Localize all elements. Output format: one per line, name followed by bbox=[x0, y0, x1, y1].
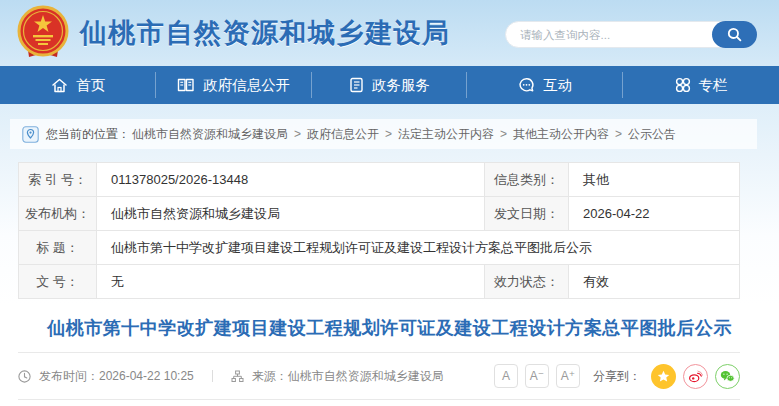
breadcrumb-separator: > bbox=[500, 127, 507, 141]
nav-label: 政府信息公开 bbox=[203, 76, 290, 95]
article-meta-bar: 发布时间：2026-04-22 10:25 来源：仙桃市自然资源和城乡建设局 A… bbox=[18, 352, 740, 400]
info-category-label: 信息类别： bbox=[485, 163, 569, 197]
info-category-value: 其他 bbox=[569, 163, 740, 197]
source-label: 来源： bbox=[252, 369, 288, 383]
nav-label: 互动 bbox=[543, 76, 572, 95]
validity-value: 有效 bbox=[569, 265, 740, 299]
location-pin-icon bbox=[22, 126, 39, 143]
font-size-normal-button[interactable]: A bbox=[494, 364, 518, 388]
site-header: 仙桃市自然资源和城乡建设局 bbox=[0, 0, 779, 66]
breadcrumb-separator: > bbox=[615, 127, 622, 141]
wechat-icon bbox=[720, 370, 735, 383]
breadcrumb-item-site[interactable]: 仙桃市自然资源和城乡建设局 bbox=[132, 126, 288, 143]
clock-icon bbox=[18, 370, 31, 383]
title-value: 仙桃市第十中学改扩建项目建设工程规划许可证及建设工程设计方案总平图批后公示 bbox=[97, 231, 740, 265]
nav-item-gov-services[interactable]: 政务服务 bbox=[312, 66, 468, 104]
nav-item-interaction[interactable]: 互动 bbox=[467, 66, 623, 104]
issue-date-label: 发文日期： bbox=[485, 197, 569, 231]
breadcrumb: 您当前的位置： 仙桃市自然资源和城乡建设局 > 政府信息公开 > 法定主动公开内… bbox=[10, 119, 757, 149]
share-qzone-button[interactable] bbox=[651, 364, 676, 389]
validity-label: 效力状态： bbox=[485, 265, 569, 299]
national-emblem-icon bbox=[17, 5, 69, 61]
table-row: 文 号： 无 效力状态： 有效 bbox=[19, 265, 740, 299]
share-label: 分享到： bbox=[593, 368, 641, 385]
document-icon bbox=[349, 77, 364, 93]
issuer-value: 仙桃市自然资源和城乡建设局 bbox=[97, 197, 485, 231]
doc-number-label: 文 号： bbox=[19, 265, 97, 299]
table-row: 索 引 号： 011378025/2026-13448 信息类别： 其他 bbox=[19, 163, 740, 197]
publish-info: 发布时间：2026-04-22 10:25 来源：仙桃市自然资源和城乡建设局 bbox=[18, 368, 444, 385]
breadcrumb-separator: > bbox=[294, 127, 301, 141]
nav-item-columns[interactable]: 专栏 bbox=[623, 66, 779, 104]
qzone-star-icon bbox=[657, 370, 670, 383]
publish-time: 发布时间：2026-04-22 10:25 bbox=[39, 368, 194, 385]
font-size-increase-button[interactable]: A⁺ bbox=[556, 364, 580, 388]
doc-number-value: 无 bbox=[97, 265, 485, 299]
table-row: 标 题： 仙桃市第十中学改扩建项目建设工程规划许可证及建设工程设计方案总平图批后… bbox=[19, 231, 740, 265]
index-number-value: 011378025/2026-13448 bbox=[97, 163, 485, 197]
breadcrumb-item-other[interactable]: 其他主动公开内容 bbox=[513, 126, 609, 143]
publish-time-label: 发布时间： bbox=[39, 369, 99, 383]
search-icon bbox=[727, 27, 742, 42]
title-label: 标 题： bbox=[19, 231, 97, 265]
source-icon bbox=[231, 370, 244, 383]
source-value: 仙桃市自然资源和城乡建设局 bbox=[288, 369, 444, 383]
article-title: 仙桃市第十中学改扩建项目建设工程规划许可证及建设工程设计方案总平图批后公示 bbox=[20, 316, 759, 341]
table-row: 发布机构： 仙桃市自然资源和城乡建设局 发文日期： 2026-04-22 bbox=[19, 197, 740, 231]
share-wechat-button[interactable] bbox=[715, 364, 740, 389]
nav-item-home[interactable]: 首页 bbox=[0, 66, 156, 104]
article-tools: A A⁻ A⁺ 分享到： bbox=[494, 364, 740, 389]
publish-time-value: 2026-04-22 10:25 bbox=[99, 369, 194, 383]
nav-label: 专栏 bbox=[699, 76, 728, 95]
search-button[interactable] bbox=[712, 21, 757, 48]
nav-label: 政务服务 bbox=[372, 76, 430, 95]
search-bar bbox=[505, 21, 757, 48]
document-meta-table: 索 引 号： 011378025/2026-13448 信息类别： 其他 发布机… bbox=[18, 162, 740, 299]
home-icon bbox=[51, 77, 68, 94]
breadcrumb-item-statutory[interactable]: 法定主动公开内容 bbox=[398, 126, 494, 143]
font-size-decrease-button[interactable]: A⁻ bbox=[525, 364, 549, 388]
breadcrumb-separator: > bbox=[385, 127, 392, 141]
chat-icon bbox=[518, 77, 535, 93]
weibo-icon bbox=[688, 370, 703, 383]
breadcrumb-prefix: 您当前的位置： bbox=[46, 126, 130, 143]
page: 仙桃市自然资源和城乡建设局 首页 bbox=[0, 0, 779, 406]
issuer-label: 发布机构： bbox=[19, 197, 97, 231]
site-title: 仙桃市自然资源和城乡建设局 bbox=[80, 15, 451, 51]
divider bbox=[212, 370, 213, 382]
share-weibo-button[interactable] bbox=[683, 364, 708, 389]
source: 来源：仙桃市自然资源和城乡建设局 bbox=[252, 368, 444, 385]
breadcrumb-item-notices[interactable]: 公示公告 bbox=[628, 126, 676, 143]
breadcrumb-item-gov-info[interactable]: 政府信息公开 bbox=[307, 126, 379, 143]
apps-grid-icon bbox=[675, 77, 691, 93]
nav-label: 首页 bbox=[76, 76, 105, 95]
open-book-icon bbox=[177, 77, 195, 93]
issue-date-value: 2026-04-22 bbox=[569, 197, 740, 231]
nav-item-gov-info[interactable]: 政府信息公开 bbox=[156, 66, 312, 104]
main-nav: 首页 政府信息公开 政务服务 bbox=[0, 66, 779, 104]
index-number-label: 索 引 号： bbox=[19, 163, 97, 197]
